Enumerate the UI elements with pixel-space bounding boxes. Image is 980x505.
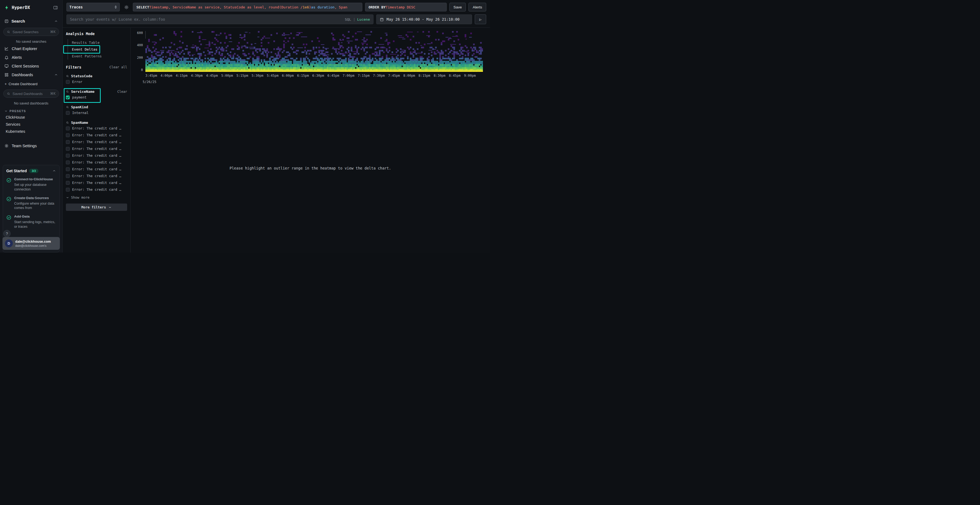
hyperdx-bolt-icon (4, 5, 9, 10)
filter-group-header[interactable]: StatusCode (66, 74, 127, 78)
presets-label: PRESETS (10, 110, 26, 113)
get-started-item[interactable]: Connect to ClickHouse Set up your databa… (6, 177, 56, 192)
checkbox[interactable] (66, 80, 70, 84)
more-filters-button[interactable]: More filters (66, 203, 127, 211)
mode-results-table[interactable]: Results Table (68, 39, 127, 46)
filter-option-label: Error: The credit card … (72, 126, 121, 130)
show-more-link[interactable]: Show more (66, 195, 127, 199)
get-started-item[interactable]: Create Data Sources Configure where your… (6, 196, 56, 211)
filter-option-label: payment (72, 95, 87, 99)
checkbox[interactable] (66, 188, 70, 192)
filter-option[interactable]: Error: The credit card … (66, 159, 127, 165)
filter-group-statuscode: StatusCode Error (66, 74, 127, 85)
filter-option[interactable]: Error: The credit card … (66, 179, 127, 186)
team-settings-label: Team Settings (12, 144, 37, 148)
shortcut-badge: ⌘K (50, 92, 56, 95)
sidebar-item-alerts[interactable]: Alerts (0, 53, 62, 62)
checkbox[interactable] (66, 140, 70, 144)
help-button[interactable]: ? (3, 230, 11, 237)
source-select[interactable]: Traces (67, 3, 120, 11)
saved-dashboards-input[interactable]: Saved Dashboards ⌘K (3, 89, 59, 98)
chevron-down-icon (66, 196, 69, 199)
filter-option[interactable]: Internal (66, 110, 127, 116)
sidebar-collapse-button[interactable] (53, 5, 58, 10)
sql-select-input[interactable]: SELECT Timestamp, ServiceName as service… (133, 3, 362, 11)
app-title: HyperDX (12, 5, 30, 10)
content: Traces SELECT Timestamp, ServiceName as … (63, 0, 490, 252)
chevron-down-icon (108, 206, 111, 209)
filter-option[interactable]: Error: The credit card … (66, 152, 127, 159)
event-search-input[interactable]: Search your events w/ Lucene ex. column:… (67, 14, 374, 24)
get-started-progress-badge: 3/3 (29, 169, 38, 173)
sidebar-item-search[interactable]: Search (0, 12, 62, 25)
checkbox[interactable] (66, 181, 70, 185)
no-saved-searches-text: No saved searches (0, 37, 62, 44)
chevron-up-icon[interactable] (54, 19, 58, 23)
filter-option[interactable]: Error (66, 79, 127, 85)
lucene-mode-toggle[interactable]: Lucene (357, 17, 370, 22)
alerts-button[interactable]: Alerts (468, 3, 486, 11)
run-query-button[interactable]: ▷ (475, 14, 486, 24)
filters-label: Filters (66, 65, 81, 69)
sidebar-item-team-settings[interactable]: Team Settings (0, 141, 62, 150)
filter-option-label: Error: The credit card … (72, 147, 121, 151)
chevron-up-icon[interactable] (52, 169, 56, 173)
filter-option[interactable]: Error: The credit card … (66, 139, 127, 145)
checkbox[interactable] (66, 154, 70, 157)
filter-group-spanname: SpanName Error: The credit card … Error:… (66, 121, 127, 193)
filter-option[interactable]: Error: The credit card … (66, 146, 127, 152)
get-started-header[interactable]: Get Started 3/3 (6, 169, 56, 173)
saved-searches-input[interactable]: Saved Searches ⌘K (3, 28, 59, 36)
x-axis-tick: 8:00pm (403, 74, 415, 78)
checkbox[interactable] (66, 147, 70, 151)
checkbox[interactable] (66, 160, 70, 164)
filter-option[interactable]: Error: The credit card … (66, 125, 127, 132)
filter-group-header[interactable]: SpanKind (66, 105, 127, 109)
sidebar-item-preset-clickhouse[interactable]: ClickHouse (0, 114, 62, 121)
sidebar-item-chart-explorer[interactable]: Chart Explorer (0, 44, 62, 53)
filter-group-header[interactable]: ServiceName Clear (66, 89, 127, 94)
clear-all-link[interactable]: Clear all (110, 65, 127, 69)
sidebar-item-dashboards[interactable]: Dashboards (0, 70, 62, 79)
checkbox[interactable] (66, 167, 70, 171)
avatar: D (5, 240, 13, 247)
filter-option[interactable]: Error: The credit card … (66, 186, 127, 193)
x-axis-tick: 7:00pm (343, 74, 355, 78)
filter-option[interactable]: Error: The credit card … (66, 173, 127, 179)
source-settings-button[interactable] (123, 5, 130, 10)
create-dashboard-button[interactable]: + Create Dashboard (0, 79, 62, 87)
filter-option[interactable]: Error: The credit card … (66, 132, 127, 138)
get-started-item-title: Create Data Sources (14, 196, 56, 200)
x-axis-tick: 8:30pm (434, 74, 445, 78)
time-range-picker[interactable]: May 26 15:40:00 - May 26 21:10:00 (376, 14, 472, 24)
checkbox[interactable] (66, 174, 70, 178)
filter-group-header[interactable]: SpanName (66, 121, 127, 125)
chevron-up-icon[interactable] (54, 73, 58, 77)
language-toggle[interactable]: SQL|Lucene (345, 17, 370, 22)
filter-option[interactable]: payment (66, 94, 127, 100)
save-button[interactable]: Save (449, 3, 466, 11)
checkbox[interactable] (66, 133, 70, 137)
clear-servicename-link[interactable]: Clear (117, 90, 127, 94)
nav-label: Dashboards (12, 73, 33, 77)
sidebar-item-preset-kubernetes[interactable]: Kubernetes (0, 128, 62, 135)
sql-mode-toggle[interactable]: SQL (345, 17, 351, 22)
user-menu[interactable]: D dale@clickhouse.com dale@clickhouse.co… (2, 237, 60, 250)
sidebar-item-preset-services[interactable]: Services (0, 121, 62, 128)
logo-row: HyperDX (0, 0, 62, 12)
checkbox-checked[interactable] (66, 95, 70, 99)
checkbox[interactable] (66, 111, 70, 115)
create-dashboard-label: Create Dashboard (9, 82, 38, 86)
get-started-item[interactable]: Add Data Start sending logs, metrics, or… (6, 214, 56, 229)
body-row: Analysis Mode Results Table Event Deltas… (63, 28, 490, 252)
heatmap-canvas[interactable] (145, 31, 483, 72)
sidebar-item-client-sessions[interactable]: Client Sessions (0, 62, 62, 70)
checkbox[interactable] (66, 127, 70, 130)
mode-event-patterns[interactable]: Event Patterns (68, 53, 127, 60)
presets-toggle[interactable]: PRESETS (0, 106, 62, 114)
mode-event-deltas[interactable]: Event Deltas (68, 46, 127, 53)
no-saved-dashboards-text: No saved dashboards (0, 99, 62, 106)
order-by-input[interactable]: ORDER BY Timestamp DESC (365, 3, 447, 11)
filter-option[interactable]: Error: The credit card … (66, 166, 127, 172)
sql-token: ) (309, 5, 311, 9)
